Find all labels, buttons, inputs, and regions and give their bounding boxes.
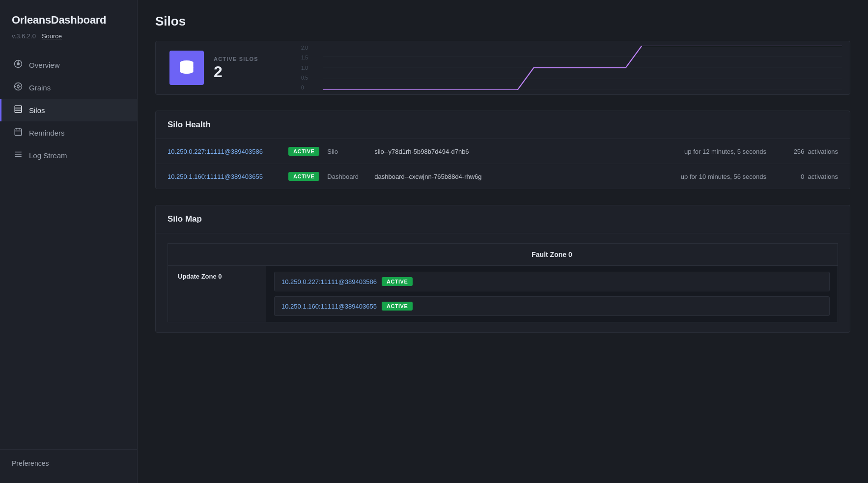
metrics-row: ACTIVE SILOS 2 2.0 1.5 1.0 0.5 0 <box>155 41 850 95</box>
svg-point-1 <box>17 62 20 65</box>
silo-health-header: Silo Health <box>156 111 850 139</box>
status-badge: Active <box>288 147 319 156</box>
chart-svg <box>301 46 842 90</box>
svg-rect-7 <box>15 129 22 136</box>
sidebar-item-overview[interactable]: Overview <box>0 54 137 76</box>
active-silos-label: ACTIVE SILOS <box>214 56 258 62</box>
chart-label-10: 1.0 <box>301 65 308 71</box>
update-zone-label: Update Zone 0 <box>168 266 266 322</box>
silos-metric-icon <box>169 51 204 85</box>
chart-label-15: 1.5 <box>301 55 308 60</box>
silo-address-link[interactable]: 10.250.0.227:11111@389403586 <box>168 148 280 155</box>
silo-map-header: Silo Map <box>156 205 850 233</box>
sidebar-item-grains[interactable]: Grains <box>0 76 137 99</box>
silo-map-content: Fault Zone 0 Update Zone 0 10.250.0.227:… <box>156 233 850 332</box>
sidebar-item-label: Grains <box>29 84 51 92</box>
preferences-button[interactable]: Preferences <box>12 459 125 467</box>
database-icon <box>178 59 196 77</box>
silo-map-address-link[interactable]: 10.250.1.160:11111@389403655 <box>281 303 377 310</box>
active-silos-card: ACTIVE SILOS 2 <box>156 41 293 94</box>
silos-icon <box>13 105 23 115</box>
silo-map-section: Silo Map Fault Zone 0 Update Zone 0 <box>155 205 850 333</box>
silo-type: Dashboard <box>327 173 366 180</box>
sidebar-brand: OrleansDashboard <box>0 0 137 30</box>
sidebar-item-silos[interactable]: Silos <box>0 99 137 121</box>
table-row: 10.250.0.227:11111@389403586 Active Silo… <box>156 139 850 164</box>
sidebar-item-label: Reminders <box>29 129 65 137</box>
log-stream-icon <box>13 150 23 161</box>
main-content: Silos ACTIVE SILOS 2 2.0 1.5 1.0 0.5 <box>138 0 868 483</box>
status-badge: Active <box>382 277 413 286</box>
silo-map-table: Fault Zone 0 Update Zone 0 10.250.0.227:… <box>168 243 838 322</box>
status-badge: Active <box>288 172 319 181</box>
sidebar-item-label: Silos <box>29 106 45 114</box>
silo-address-link[interactable]: 10.250.1.160:11111@389403655 <box>168 173 280 180</box>
silo-uptime: up for 10 minutes, 56 seconds <box>668 173 766 180</box>
grains-icon <box>13 82 23 93</box>
health-table: 10.250.0.227:11111@389403586 Active Silo… <box>156 139 850 189</box>
page-title: Silos <box>155 14 850 29</box>
silo-type: Silo <box>327 148 366 155</box>
sidebar-footer: Preferences <box>0 449 137 483</box>
svg-point-3 <box>17 85 20 88</box>
app-title: OrleansDashboard <box>12 14 125 27</box>
sidebar-item-log-stream[interactable]: Log Stream <box>0 144 137 167</box>
sidebar-item-label: Overview <box>29 61 60 69</box>
overview-icon <box>13 59 23 70</box>
chart-y-labels: 2.0 1.5 1.0 0.5 0 <box>301 45 308 90</box>
sidebar-nav: Overview Grains Silos Reminders <box>0 50 137 449</box>
svg-rect-4 <box>15 106 22 113</box>
sidebar-version: v.3.6.2.0 Source <box>0 30 137 50</box>
source-link[interactable]: Source <box>42 32 62 40</box>
sidebar-item-label: Log Stream <box>29 151 67 160</box>
silos-chart: 2.0 1.5 1.0 0.5 0 <box>293 41 850 94</box>
reminders-icon <box>13 127 23 138</box>
chart-label-20: 2.0 <box>301 45 308 51</box>
fault-zone-header: Fault Zone 0 <box>266 244 838 266</box>
silo-map-address-link[interactable]: 10.250.0.227:11111@389403586 <box>281 278 377 285</box>
table-row: 10.250.1.160:11111@389403655 Active Dash… <box>156 164 850 189</box>
version-label: v.3.6.2.0 <box>12 32 36 40</box>
sidebar: OrleansDashboard v.3.6.2.0 Source Overvi… <box>0 0 138 483</box>
active-silos-info: ACTIVE SILOS 2 <box>214 56 258 80</box>
silo-map-cell: 10.250.1.160:11111@389403655 Active <box>274 296 830 316</box>
status-badge: Active <box>382 302 413 311</box>
silo-health-section: Silo Health 10.250.0.227:11111@389403586… <box>155 111 850 189</box>
silo-uptime: up for 12 minutes, 5 seconds <box>668 148 766 155</box>
chart-label-0: 0 <box>301 85 308 90</box>
silo-map-cell: 10.250.0.227:11111@389403586 Active <box>274 272 830 291</box>
silo-activations: 256 activations <box>774 148 838 155</box>
chart-label-05: 0.5 <box>301 75 308 81</box>
sidebar-item-reminders[interactable]: Reminders <box>0 121 137 144</box>
silo-name: silo--y78d1rh-5b98b7d494-d7nb6 <box>374 148 660 155</box>
silo-activations: 0 activations <box>774 173 838 180</box>
silo-name: dashboard--cxcwjnn-765b88d4-rhw6g <box>374 173 660 180</box>
active-silos-value: 2 <box>214 64 258 80</box>
silo-map-cells: 10.250.0.227:11111@389403586 Active 10.2… <box>266 266 838 322</box>
